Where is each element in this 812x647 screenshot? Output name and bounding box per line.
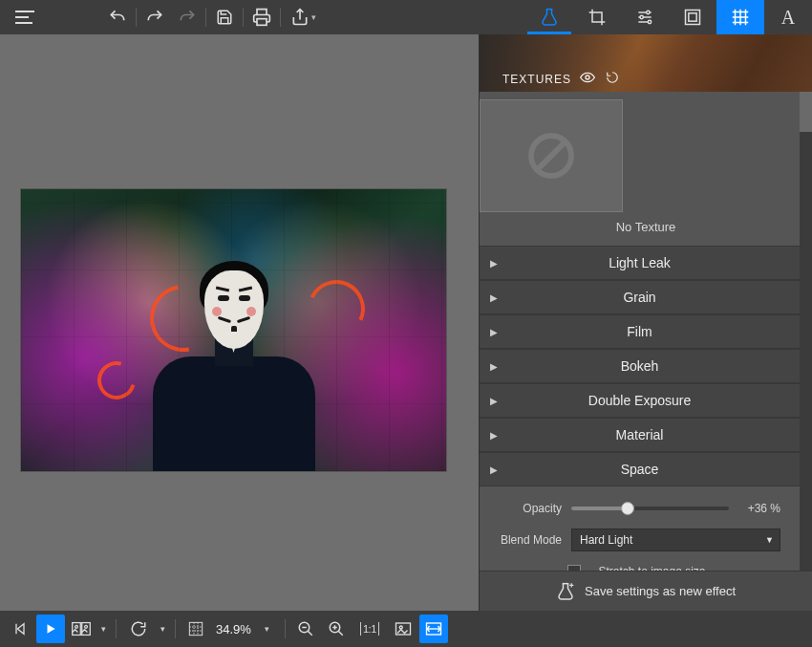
separator <box>116 619 117 638</box>
svg-point-7 <box>586 75 589 79</box>
compare-button[interactable] <box>67 615 96 643</box>
separator <box>205 8 206 27</box>
scrollbar-thumb[interactable] <box>800 92 812 132</box>
print-button[interactable] <box>246 0 278 34</box>
blend-mode-value: Hard Light <box>580 533 632 547</box>
first-image-button[interactable] <box>6 615 34 643</box>
separator <box>280 8 281 27</box>
top-toolbar: ▾ A <box>0 0 812 34</box>
visibility-icon[interactable] <box>579 69 596 86</box>
panel-title: TEXTURES <box>502 73 571 86</box>
grid-button[interactable] <box>182 615 210 643</box>
texture-thumb-label: No Texture <box>480 220 812 234</box>
category-label: Light Leak <box>508 255 800 270</box>
chevron-right-icon: ▶ <box>480 361 508 372</box>
svg-rect-5 <box>689 13 696 21</box>
fit-width-button[interactable] <box>419 615 448 643</box>
reset-icon[interactable] <box>604 69 621 86</box>
category-grain[interactable]: ▶Grain <box>480 280 800 314</box>
stretch-checkbox[interactable] <box>567 565 581 571</box>
category-label: Space <box>508 462 800 477</box>
opacity-label: Opacity <box>493 502 562 515</box>
redo-forward-button[interactable] <box>171 0 203 34</box>
svg-rect-10 <box>73 623 81 636</box>
svg-point-1 <box>647 11 650 13</box>
category-space[interactable]: ▶Space <box>480 452 800 486</box>
chevron-right-icon: ▶ <box>480 464 508 475</box>
share-button[interactable]: ▾ <box>283 0 323 34</box>
tab-adjust[interactable] <box>621 0 669 34</box>
category-bokeh[interactable]: ▶Bokeh <box>480 349 800 383</box>
chevron-right-icon: ▶ <box>480 292 508 303</box>
blend-mode-label: Blend Mode <box>493 533 562 547</box>
fit-screen-button[interactable] <box>389 615 417 643</box>
chevron-right-icon: ▶ <box>480 430 508 441</box>
tab-frame[interactable] <box>669 0 716 34</box>
svg-point-12 <box>75 625 78 628</box>
opacity-value: +36 % <box>738 502 780 515</box>
chevron-right-icon: ▶ <box>480 327 508 337</box>
svg-point-3 <box>648 20 651 23</box>
svg-rect-4 <box>686 11 700 25</box>
category-label: Material <box>508 427 800 442</box>
category-double-exposure[interactable]: ▶Double Exposure <box>480 383 800 418</box>
zoom-100-button[interactable]: 1:1 <box>353 615 387 643</box>
blend-mode-dropdown[interactable]: Hard Light ▼ <box>571 528 780 551</box>
opacity-slider[interactable] <box>571 507 729 510</box>
mode-tabs: A <box>525 0 812 34</box>
svg-rect-11 <box>82 623 91 636</box>
chevron-right-icon: ▶ <box>480 396 508 406</box>
undo-button[interactable] <box>101 0 134 34</box>
category-film[interactable]: ▶Film <box>480 314 800 349</box>
play-button[interactable] <box>36 615 65 643</box>
svg-point-18 <box>399 626 402 629</box>
canvas-image <box>21 189 446 471</box>
svg-point-13 <box>85 625 88 628</box>
separator <box>136 8 137 27</box>
compare-dropdown[interactable]: ▾ <box>97 624 110 634</box>
zoom-in-button[interactable] <box>322 615 351 643</box>
chevron-right-icon: ▶ <box>480 258 508 269</box>
svg-rect-14 <box>189 622 202 635</box>
side-panel: TEXTURES No Texture ▶Light Leak▶Grain▶Fi… <box>479 34 812 611</box>
panel-header: TEXTURES <box>480 34 812 92</box>
save-effect-label: Save settings as new effect <box>585 584 736 598</box>
svg-line-9 <box>537 141 566 170</box>
separator <box>243 8 244 27</box>
rotate-dropdown[interactable]: ▾ <box>157 624 169 634</box>
zoom-out-button[interactable] <box>291 615 320 643</box>
bottom-toolbar: ▾ ▾ 34.9% ▾ 1:1 <box>0 611 812 647</box>
canvas-area[interactable] <box>0 34 479 611</box>
category-label: Bokeh <box>508 358 800 374</box>
redo-button[interactable] <box>139 0 171 34</box>
category-label: Double Exposure <box>508 393 800 408</box>
rotate-button[interactable] <box>122 615 155 643</box>
texture-thumbnail[interactable] <box>480 99 623 212</box>
tab-crop[interactable] <box>573 0 621 34</box>
category-material[interactable]: ▶Material <box>480 418 800 452</box>
tab-text[interactable]: A <box>764 0 812 34</box>
scrollbar-track[interactable] <box>800 92 812 571</box>
zoom-value: 34.9% <box>212 622 253 636</box>
separator <box>285 619 286 638</box>
category-label: Grain <box>508 290 800 305</box>
save-button[interactable] <box>208 0 241 34</box>
menu-button[interactable] <box>6 0 44 34</box>
tab-texture[interactable] <box>716 0 764 34</box>
stretch-label: Stretch to image size <box>598 565 705 571</box>
tab-lab[interactable] <box>525 0 573 34</box>
zoom-dropdown[interactable]: ▾ <box>255 624 279 634</box>
svg-point-2 <box>640 15 643 18</box>
separator <box>175 619 176 638</box>
svg-rect-0 <box>257 19 267 26</box>
save-effect-button[interactable]: Save settings as new effect <box>480 571 812 611</box>
category-label: Film <box>508 324 800 339</box>
panel-body: No Texture ▶Light Leak▶Grain▶Film▶Bokeh▶… <box>480 92 812 571</box>
chevron-down-icon: ▼ <box>765 535 774 545</box>
category-light-leak[interactable]: ▶Light Leak <box>480 246 800 280</box>
